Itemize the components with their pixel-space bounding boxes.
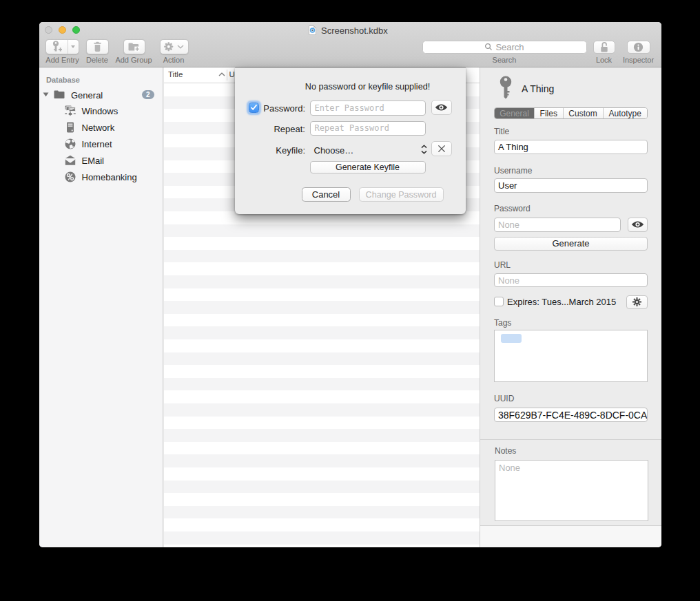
gear-icon (632, 297, 641, 306)
inspector-tabs: General Files Custom Autotype (494, 107, 648, 119)
sidebar-item-homebanking[interactable]: Homebanking (39, 169, 163, 185)
sidebar-item-label: Internet (82, 139, 112, 149)
sidebar-item-internet[interactable]: Internet (39, 136, 163, 152)
add-group-label: Add Group (110, 56, 158, 64)
generate-password-button[interactable]: Generate (494, 237, 648, 251)
server-icon (65, 122, 76, 133)
sidebar-item-label: Homebanking (82, 172, 137, 182)
add-entry-main-segment[interactable] (46, 40, 68, 54)
sidebar-item-label: General (71, 89, 103, 100)
sheet-message: No password or keyfile supplied! (305, 82, 430, 92)
url-field[interactable]: None (494, 273, 648, 287)
sidebar-header: Database (46, 76, 80, 84)
change-password-button[interactable]: Change Password (359, 187, 444, 202)
gear-icon (164, 42, 174, 52)
expires-checkbox[interactable] (494, 297, 504, 306)
add-entry-button[interactable] (45, 39, 79, 55)
document-proxy-icon (309, 25, 316, 35)
tab-files[interactable]: Files (535, 108, 564, 118)
minimize-button[interactable] (59, 26, 67, 34)
sheet-repeat-label: Repeat: (235, 124, 305, 134)
sidebar-item-network[interactable]: Network (39, 119, 163, 136)
delete-button[interactable] (86, 39, 109, 55)
tags-label: Tags (494, 318, 511, 328)
notes-label: Notes (495, 446, 516, 456)
tags-box[interactable] (494, 330, 648, 382)
sheet-password-label: Password: (235, 103, 305, 114)
inspector-footer (480, 526, 661, 548)
sidebar-item-label: Windows (82, 106, 119, 116)
enter-password-input[interactable]: Enter Password (310, 101, 426, 116)
add-group-button[interactable] (123, 39, 145, 55)
tab-custom[interactable]: Custom (564, 108, 604, 118)
action-button[interactable] (160, 39, 189, 55)
sidebar-item-label: EMail (82, 156, 105, 166)
dropdown-triangle-icon (71, 45, 75, 48)
eye-icon (435, 103, 448, 112)
window-title: Screenshot.kdbx (321, 25, 388, 36)
sidebar-item-windows[interactable]: Windows (39, 103, 163, 119)
sidebar-item-email[interactable]: EMail (39, 152, 163, 169)
disclosure-triangle-icon[interactable] (43, 92, 49, 97)
sidebar-item-general[interactable]: General 2 (39, 87, 163, 103)
keyfile-popup[interactable]: Choose… (314, 145, 354, 156)
inspector-button[interactable] (627, 41, 650, 54)
windows-group-icon (65, 105, 76, 116)
padlock-open-icon (599, 41, 609, 52)
generate-keyfile-button[interactable]: Generate Keyfile (310, 161, 426, 173)
lock-button[interactable] (593, 41, 615, 54)
folder-icon (54, 89, 65, 99)
column-header-title[interactable]: Title (168, 70, 183, 78)
info-icon (633, 42, 644, 52)
chevron-down-icon (177, 45, 184, 49)
repeat-password-input[interactable]: Repeat Password (310, 121, 426, 136)
reveal-password-button[interactable] (431, 100, 453, 115)
key-plus-icon (51, 41, 62, 52)
notes-field[interactable]: None (495, 460, 648, 521)
sheet-keyfile-label: Keyfile: (235, 145, 305, 156)
tab-autotype[interactable]: Autotype (604, 108, 648, 118)
clear-keyfile-button[interactable] (431, 141, 453, 156)
close-button[interactable] (45, 26, 53, 34)
username-field[interactable]: User (494, 178, 648, 193)
uuid-field[interactable]: 38F629B7-FC4E-489C-8DCF-0CAB (494, 408, 648, 422)
add-entry-dropdown-segment[interactable] (68, 40, 79, 54)
search-icon (484, 43, 493, 51)
title-field[interactable]: A Thing (494, 140, 648, 154)
reveal-password-button[interactable] (628, 218, 648, 232)
stepper-icon[interactable] (421, 145, 427, 154)
expires-label: Expires: Tues...March 2015 (507, 297, 616, 307)
uuid-label: UUID (494, 394, 514, 403)
column-divider[interactable] (227, 70, 227, 81)
search-input[interactable]: Search (422, 41, 587, 54)
expires-settings-button[interactable] (626, 295, 648, 310)
entry-title: A Thing (522, 83, 554, 94)
cancel-button[interactable]: Cancel (302, 187, 351, 202)
tag-pill[interactable] (501, 334, 522, 343)
url-label: URL (494, 260, 511, 270)
envelope-icon (65, 155, 76, 166)
sidebar-item-label: Network (82, 123, 115, 133)
sidebar-groups: Database General 2 (39, 67, 163, 547)
percent-icon (65, 171, 76, 182)
key-icon (500, 76, 512, 99)
entry-count-badge: 2 (142, 90, 155, 100)
zoom-button[interactable] (72, 26, 81, 34)
separator (480, 439, 661, 440)
action-label: Action (153, 56, 194, 64)
search-label: Search (484, 56, 525, 64)
close-x-icon (438, 145, 446, 153)
globe-icon (65, 138, 76, 149)
password-label: Password (494, 204, 531, 213)
tab-general[interactable]: General (495, 108, 535, 118)
folder-plus-icon (128, 42, 140, 52)
search-placeholder: Search (495, 42, 524, 52)
trash-icon (93, 41, 102, 52)
password-field[interactable]: None (494, 218, 621, 232)
eye-icon (631, 220, 644, 229)
title-label: Title (494, 127, 509, 136)
sort-ascending-icon (218, 72, 225, 76)
inspector-panel: A Thing General Files Custom Autotype Ti… (480, 67, 661, 547)
change-password-sheet: No password or keyfile supplied! Passwor… (235, 67, 466, 214)
inspector-label: Inspector (618, 56, 659, 64)
